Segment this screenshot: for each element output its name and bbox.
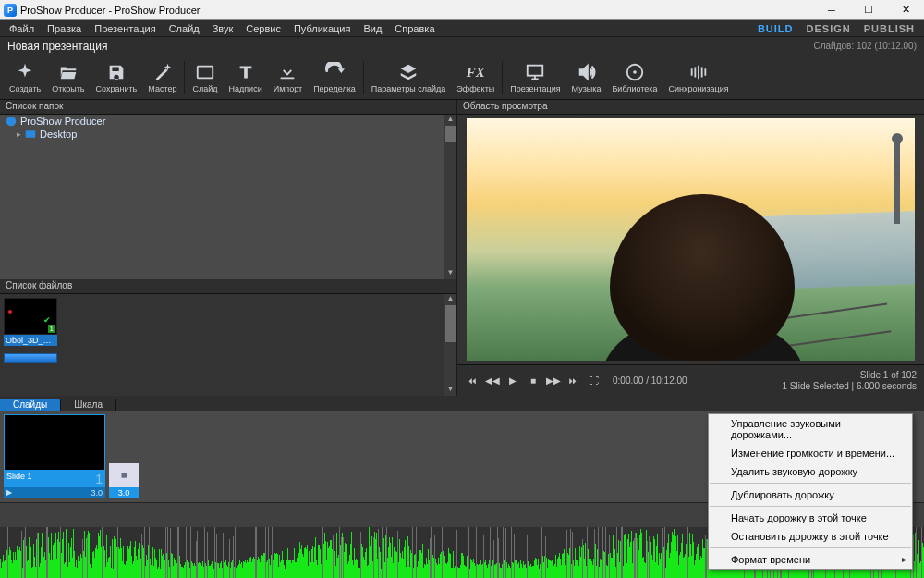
window-minimize-button[interactable]: ─ <box>813 0 850 20</box>
transition-card[interactable]: ▦ 3.0 <box>109 414 139 498</box>
audio-context-menu: Управление звуковыми дорожками... Измене… <box>708 413 913 570</box>
rewind-button[interactable]: ◀◀ <box>485 374 500 388</box>
folder-row-root[interactable]: ProShow Producer <box>0 115 456 128</box>
slide-count-label: Слайдов: 102 (10:12.00) <box>813 41 917 51</box>
presentation-header: Новая презентация Слайдов: 102 (10:12.00… <box>0 37 924 55</box>
scroll-up-icon[interactable]: ▲ <box>444 294 456 305</box>
window-titlebar: P ProShow Producer - ProShow Producer ─ … <box>0 0 924 20</box>
preview-header: Область просмотра <box>457 100 924 115</box>
folder-label: ProShow Producer <box>20 116 105 127</box>
menu-publish[interactable]: Публикация <box>288 22 356 35</box>
tool-save-label: Сохранить <box>96 84 138 93</box>
ctx-manage-tracks[interactable]: Управление звуковыми дорожками... <box>709 414 912 444</box>
transition-duration-label[interactable]: 3.0 <box>109 487 139 498</box>
menu-slide[interactable]: Слайд <box>164 22 205 35</box>
menu-view[interactable]: Вид <box>358 22 387 35</box>
text-icon <box>236 62 256 82</box>
refresh-icon <box>324 62 345 82</box>
mode-build[interactable]: BUILD <box>752 22 799 35</box>
play-button[interactable]: ▶ <box>505 374 520 388</box>
tool-save[interactable]: Сохранить <box>91 60 143 95</box>
tree-expand-icon[interactable]: ▸ <box>17 129 21 139</box>
ctx-stop-here[interactable]: Остановить дорожку в этой точке <box>709 527 912 546</box>
slide-duration-label[interactable]: 3.0 <box>91 488 103 498</box>
speaker-icon <box>577 62 597 82</box>
folder-tree[interactable]: ProShow Producer ▸ Desktop ▲ ▼ <box>0 115 456 279</box>
menu-separator <box>710 506 911 507</box>
ctx-time-format[interactable]: Формат времени <box>709 550 912 569</box>
menu-edit[interactable]: Правка <box>42 22 87 35</box>
tool-slide[interactable]: Слайд <box>187 60 223 95</box>
menu-file[interactable]: Файл <box>4 22 40 35</box>
play-mini-icon[interactable]: ▶ <box>6 488 12 498</box>
menu-sound[interactable]: Звук <box>207 22 239 35</box>
menu-service[interactable]: Сервис <box>240 22 286 35</box>
slide-index-label: 1 <box>95 472 103 486</box>
tool-create[interactable]: Создать <box>4 60 46 95</box>
ctx-volume-timing[interactable]: Изменение громкости и времени... <box>709 444 912 462</box>
mode-design[interactable]: DESIGN <box>801 22 857 35</box>
svg-point-3 <box>633 70 637 74</box>
status-dot-icon <box>8 310 12 314</box>
scroll-up-icon[interactable]: ▲ <box>444 115 456 126</box>
scroll-thumb[interactable] <box>445 305 456 342</box>
layers-icon <box>398 62 419 82</box>
main-toolbar: Создать Открыть Сохранить Мастер Слайд Н… <box>0 55 924 100</box>
tool-sync[interactable]: Синхронизация <box>663 60 734 95</box>
fx-icon: FX <box>466 62 486 82</box>
fullscreen-button[interactable]: ⛶ <box>587 374 602 388</box>
first-button[interactable]: ⏮ <box>465 374 480 388</box>
save-icon <box>106 62 127 82</box>
folders-scrollbar[interactable]: ▲ ▼ <box>444 115 456 279</box>
tab-scale[interactable]: Шкала <box>61 399 116 411</box>
menu-presentation[interactable]: Презентация <box>89 22 161 35</box>
last-button[interactable]: ⏭ <box>566 374 581 388</box>
file-thumb-image: ✔ 1 <box>4 298 57 335</box>
window-close-button[interactable]: ✕ <box>887 0 924 20</box>
file-thumb-partial[interactable] <box>4 353 57 363</box>
files-scrollbar[interactable]: ▲ ▼ <box>444 294 456 396</box>
forward-button[interactable]: ▶▶ <box>546 374 561 388</box>
tool-import[interactable]: Импорт <box>268 60 308 95</box>
tool-music[interactable]: Музыка <box>566 60 607 95</box>
preview-canvas[interactable] <box>467 118 915 361</box>
menu-help[interactable]: Справка <box>389 22 440 35</box>
tool-presentation[interactable]: Презентация <box>505 60 565 95</box>
tool-captions[interactable]: Надписи <box>223 60 267 95</box>
slide-position-label: Slide 1 of 102 <box>860 370 917 381</box>
scroll-thumb[interactable] <box>445 126 456 142</box>
tool-library[interactable]: Библиотека <box>606 60 663 95</box>
ctx-start-here[interactable]: Начать дорожку в этой точке <box>709 509 912 527</box>
menu-separator <box>710 547 911 548</box>
tool-music-label: Музыка <box>572 84 602 93</box>
folder-row-desktop[interactable]: ▸ Desktop <box>0 128 456 141</box>
file-thumb[interactable]: ✔ 1 Oboi_3D_Grafi... <box>4 298 57 346</box>
stop-button[interactable]: ■ <box>526 374 541 388</box>
tool-slide-params[interactable]: Параметры слайда <box>366 60 452 95</box>
slide-icon <box>195 62 215 82</box>
tool-captions-label: Надписи <box>228 84 261 93</box>
tool-wizard-label: Мастер <box>148 84 176 93</box>
ctx-duplicate-track[interactable]: Дублировать дорожку <box>709 486 912 504</box>
ctx-delete-track[interactable]: Удалить звуковую дорожку <box>709 462 912 481</box>
tab-slides[interactable]: Слайды <box>0 399 61 411</box>
tool-sync-label: Синхронизация <box>668 84 728 93</box>
menu-separator <box>710 483 911 484</box>
tool-open[interactable]: Открыть <box>46 60 90 95</box>
scroll-down-icon[interactable]: ▼ <box>444 385 456 396</box>
tool-wizard[interactable]: Мастер <box>142 60 182 95</box>
transition-icon[interactable]: ▦ <box>109 463 139 487</box>
slide-card[interactable]: Slide 1 1 ▶ 3.0 <box>4 414 105 498</box>
playback-bar: ⏮ ◀◀ ▶ ■ ▶▶ ⏭ ⛶ 0:00.00 / 10:12.00 Slide… <box>457 364 924 396</box>
check-icon: ✔ <box>43 315 51 325</box>
monitor-icon <box>525 62 545 82</box>
tool-slide-label: Слайд <box>192 84 217 93</box>
scroll-down-icon[interactable]: ▼ <box>444 268 456 279</box>
file-list[interactable]: ✔ 1 Oboi_3D_Grafi... ▲ ▼ <box>0 294 456 396</box>
mode-publish[interactable]: PUBLISH <box>858 22 920 35</box>
window-maximize-button[interactable]: ☐ <box>850 0 887 20</box>
tool-effects-label: Эффекты <box>456 84 494 93</box>
tool-remix[interactable]: Переделка <box>308 60 361 95</box>
tool-effects[interactable]: FX Эффекты <box>451 60 500 95</box>
tool-library-label: Библиотека <box>612 84 657 93</box>
